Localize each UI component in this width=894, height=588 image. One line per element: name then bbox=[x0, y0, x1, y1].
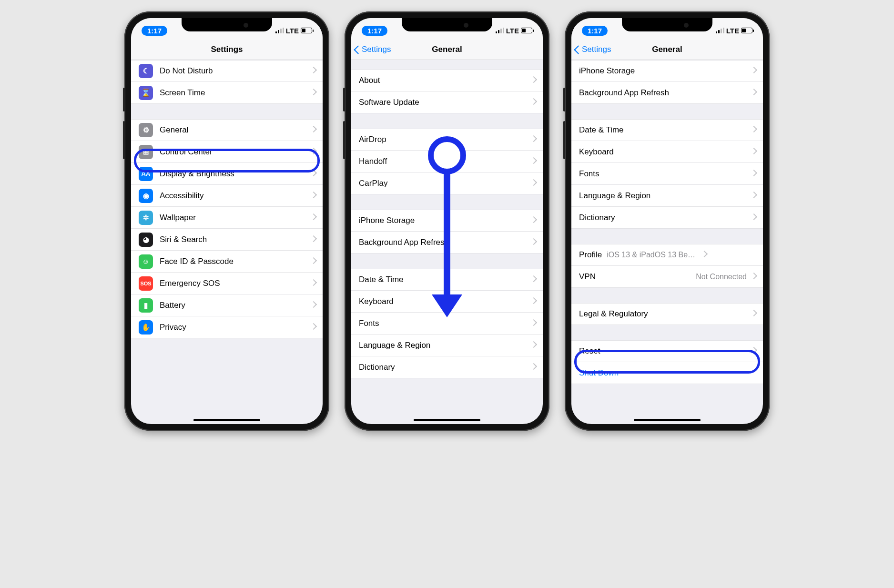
row-keyboard[interactable]: Keyboard bbox=[571, 141, 763, 163]
status-right: LTE bbox=[275, 27, 312, 35]
row-emergency-sos[interactable]: SOS Emergency SOS bbox=[131, 273, 323, 294]
row-privacy[interactable]: ✋ Privacy bbox=[131, 316, 323, 338]
row-language-region[interactable]: Language & Region bbox=[351, 335, 543, 356]
chevron-right-icon bbox=[531, 239, 535, 246]
row-label: Privacy bbox=[160, 323, 306, 332]
settings-list[interactable]: ☾ Do Not Disturb ⌛ Screen Time ⚙ General… bbox=[131, 60, 323, 424]
row-keyboard[interactable]: Keyboard bbox=[351, 291, 543, 313]
back-button[interactable]: Settings bbox=[351, 45, 391, 54]
siri-icon: ◕ bbox=[139, 233, 153, 247]
phone-frame-3: 1:17 LTE Settings General iPhone Storage… bbox=[565, 11, 770, 431]
row-label: Do Not Disturb bbox=[160, 66, 306, 76]
phone-frame-1: 1:17 LTE Settings ☾ Do Not Disturb ⌛ Scr… bbox=[124, 11, 329, 431]
row-language-region[interactable]: Language & Region bbox=[571, 185, 763, 207]
row-fonts[interactable]: Fonts bbox=[571, 163, 763, 185]
row-background-app-refresh[interactable]: Background App Refresh bbox=[351, 232, 543, 253]
chevron-right-icon bbox=[752, 149, 755, 155]
row-label: Dictionary bbox=[359, 363, 527, 372]
row-legal-regulatory[interactable]: Legal & Regulatory bbox=[571, 303, 763, 325]
row-label: Software Update bbox=[359, 98, 527, 107]
home-indicator[interactable] bbox=[634, 419, 701, 421]
row-about[interactable]: About bbox=[351, 70, 543, 91]
row-label: iPhone Storage bbox=[579, 66, 747, 76]
hourglass-icon: ⌛ bbox=[139, 86, 153, 100]
row-vpn[interactable]: VPN Not Connected bbox=[571, 266, 763, 288]
back-label: Settings bbox=[362, 45, 391, 54]
phone-frame-2: 1:17 LTE Settings General About Software… bbox=[345, 11, 549, 431]
chevron-right-icon bbox=[531, 298, 535, 305]
chevron-right-icon bbox=[752, 311, 755, 317]
row-label: Fonts bbox=[579, 169, 747, 179]
row-wallpaper[interactable]: ✲ Wallpaper bbox=[131, 207, 323, 229]
row-siri-search[interactable]: ◕ Siri & Search bbox=[131, 229, 323, 251]
row-handoff[interactable]: Handoff bbox=[351, 151, 543, 172]
row-label: Keyboard bbox=[579, 147, 747, 157]
signal-icon bbox=[496, 28, 504, 33]
status-time: 1:17 bbox=[142, 26, 167, 36]
row-dictionary[interactable]: Dictionary bbox=[571, 207, 763, 229]
status-time: 1:17 bbox=[362, 26, 387, 36]
chevron-right-icon bbox=[311, 324, 315, 331]
general-list-scrolled[interactable]: iPhone Storage Background App Refresh Da… bbox=[571, 60, 763, 424]
chevron-right-icon bbox=[531, 320, 535, 327]
chevron-right-icon bbox=[531, 217, 535, 224]
row-label: General bbox=[160, 125, 306, 135]
row-label: Battery bbox=[160, 301, 306, 310]
row-control-center[interactable]: ⊞ Control Center bbox=[131, 141, 323, 163]
toggles-icon: ⊞ bbox=[139, 145, 153, 159]
row-label: Language & Region bbox=[579, 191, 747, 201]
row-label: Keyboard bbox=[359, 297, 527, 306]
sos-icon: SOS bbox=[139, 276, 153, 291]
row-date-time[interactable]: Date & Time bbox=[571, 119, 763, 141]
home-indicator[interactable] bbox=[414, 419, 480, 421]
status-right: LTE bbox=[716, 27, 752, 35]
row-background-app-refresh[interactable]: Background App Refresh bbox=[571, 82, 763, 104]
row-label: Background App Refresh bbox=[579, 88, 747, 98]
row-dictionary[interactable]: Dictionary bbox=[351, 356, 543, 378]
row-software-update[interactable]: Software Update bbox=[351, 91, 543, 113]
chevron-right-icon bbox=[311, 193, 315, 199]
carrier-label: LTE bbox=[726, 27, 739, 35]
home-indicator[interactable] bbox=[193, 419, 260, 421]
row-label: CarPlay bbox=[359, 179, 527, 188]
row-accessibility[interactable]: ◉ Accessibility bbox=[131, 185, 323, 207]
moon-icon: ☾ bbox=[139, 64, 153, 78]
row-iphone-storage[interactable]: iPhone Storage bbox=[571, 60, 763, 82]
row-airdrop[interactable]: AirDrop bbox=[351, 129, 543, 151]
row-fonts[interactable]: Fonts bbox=[351, 313, 543, 335]
row-general[interactable]: ⚙ General bbox=[131, 119, 323, 141]
general-list[interactable]: About Software Update AirDrop Handoff Ca… bbox=[351, 60, 543, 424]
carrier-label: LTE bbox=[506, 27, 519, 35]
row-profile[interactable]: Profile iOS 13 & iPadOS 13 Beta Softwar.… bbox=[571, 244, 763, 266]
row-label: Control Center bbox=[160, 147, 306, 157]
notch bbox=[402, 18, 492, 31]
row-label: Handoff bbox=[359, 157, 527, 166]
row-label: Display & Brightness bbox=[160, 169, 306, 179]
battery-icon bbox=[301, 28, 312, 33]
row-do-not-disturb[interactable]: ☾ Do Not Disturb bbox=[131, 60, 323, 82]
chevron-right-icon bbox=[311, 236, 315, 243]
chevron-left-icon bbox=[575, 45, 581, 54]
row-reset[interactable]: Reset bbox=[571, 340, 763, 362]
row-shut-down[interactable]: Shut Down bbox=[571, 362, 763, 384]
flower-icon: ✲ bbox=[139, 211, 153, 225]
row-carplay[interactable]: CarPlay bbox=[351, 172, 543, 194]
faceid-icon: ☺ bbox=[139, 254, 153, 269]
row-label: Fonts bbox=[359, 319, 527, 328]
row-date-time[interactable]: Date & Time bbox=[351, 269, 543, 291]
row-screen-time[interactable]: ⌛ Screen Time bbox=[131, 82, 323, 104]
chevron-left-icon bbox=[355, 45, 361, 54]
row-label: Accessibility bbox=[160, 191, 306, 201]
row-faceid-passcode[interactable]: ☺ Face ID & Passcode bbox=[131, 251, 323, 273]
chevron-right-icon bbox=[531, 158, 535, 165]
row-battery[interactable]: ▮ Battery bbox=[131, 294, 323, 316]
navbar: Settings bbox=[131, 39, 323, 60]
back-button[interactable]: Settings bbox=[571, 45, 611, 54]
chevron-right-icon bbox=[531, 342, 535, 349]
row-display-brightness[interactable]: AA Display & Brightness bbox=[131, 163, 323, 185]
accessibility-icon: ◉ bbox=[139, 189, 153, 203]
chevron-right-icon bbox=[311, 302, 315, 309]
row-iphone-storage[interactable]: iPhone Storage bbox=[351, 210, 543, 232]
navbar-title: Settings bbox=[131, 45, 323, 54]
screen-general-top: 1:17 LTE Settings General About Software… bbox=[351, 18, 543, 424]
